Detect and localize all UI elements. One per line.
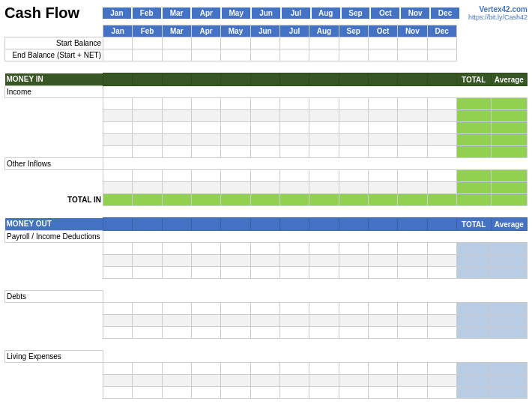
start-balance-jan[interactable] <box>103 37 133 49</box>
month-header-feb: Feb <box>132 7 162 19</box>
income-row-3 <box>5 122 528 134</box>
month-aug: Aug <box>309 25 339 37</box>
month-header-sep: Sep <box>341 7 371 19</box>
payroll-label-row: Payroll / Income Deductions <box>5 231 528 243</box>
month-dec: Dec <box>427 25 456 37</box>
month-header-jun: Jun <box>251 7 281 19</box>
income-label-row: Income <box>5 86 528 98</box>
month-header-apr: Apr <box>191 7 221 19</box>
income-row-1 <box>5 98 528 110</box>
payroll-row-1 <box>5 243 528 255</box>
month-headers: JanFebMarAprMayJunJulAugSepOctNovDec <box>102 7 460 19</box>
living-expenses-label: Living Expenses <box>5 351 103 363</box>
living-row-3 <box>5 387 528 399</box>
payroll-row-3 <box>5 267 528 279</box>
month-header-row: Jan Feb Mar Apr May Jun Jul Aug Sep Oct … <box>5 25 528 37</box>
month-header-mar: Mar <box>162 7 192 19</box>
income-row-4 <box>5 134 528 146</box>
start-balance-label: Start Balance <box>5 37 103 49</box>
cash-flow-table: Jan Feb Mar Apr May Jun Jul Aug Sep Oct … <box>4 25 528 399</box>
month-header-nov: Nov <box>400 7 430 19</box>
month-header-jan: Jan <box>102 7 132 19</box>
month-header-oct: Oct <box>370 7 400 19</box>
debts-label-row: Debts <box>5 291 528 303</box>
living-row-2 <box>5 375 528 387</box>
money-out-header: MONEY OUT TOTAL Average <box>5 218 528 231</box>
income-label: Income <box>5 86 103 98</box>
start-balance-row: Start Balance <box>5 37 528 49</box>
month-nov: Nov <box>398 25 427 37</box>
total-in-row: TOTAL IN <box>5 194 528 206</box>
month-mar: Mar <box>162 25 191 37</box>
payroll-row-2 <box>5 255 528 267</box>
month-header-dec: Dec <box>430 7 460 19</box>
payroll-label: Payroll / Income Deductions <box>5 231 103 243</box>
other-inflows-label: Other Inflows <box>5 158 103 170</box>
debts-label: Debts <box>5 291 103 303</box>
debts-row-1 <box>5 303 528 315</box>
month-header-jul: Jul <box>281 7 311 19</box>
month-feb: Feb <box>133 25 162 37</box>
total-in-label: TOTAL IN <box>5 194 103 206</box>
income-row-2 <box>5 110 528 122</box>
month-apr: Apr <box>192 25 221 37</box>
income-row-5 <box>5 146 528 158</box>
month-oct: Oct <box>368 25 397 37</box>
other-inflows-row-1 <box>5 170 528 182</box>
month-jan: Jan <box>103 25 133 37</box>
month-may: May <box>221 25 250 37</box>
other-inflows-row-2 <box>5 182 528 194</box>
month-sep: Sep <box>339 25 368 37</box>
end-balance-label: End Balance (Start + NET) <box>5 49 103 61</box>
month-jun: Jun <box>250 25 279 37</box>
other-inflows-label-row: Other Inflows <box>5 158 528 170</box>
month-header-may: May <box>221 7 251 19</box>
debts-row-3 <box>5 327 528 339</box>
page-title: Cash Flow <box>4 4 102 22</box>
debts-row-2 <box>5 315 528 327</box>
living-row-1 <box>5 363 528 375</box>
end-balance-row: End Balance (Start + NET) <box>5 49 528 61</box>
vertex-info: Vertex42.com https://bit.ly/Cash42 <box>460 5 528 21</box>
money-in-header: MONEY IN TOTAL Average <box>5 73 528 86</box>
month-jul: Jul <box>279 25 309 37</box>
living-expenses-label-row: Living Expenses <box>5 351 528 363</box>
month-header-aug: Aug <box>311 7 341 19</box>
